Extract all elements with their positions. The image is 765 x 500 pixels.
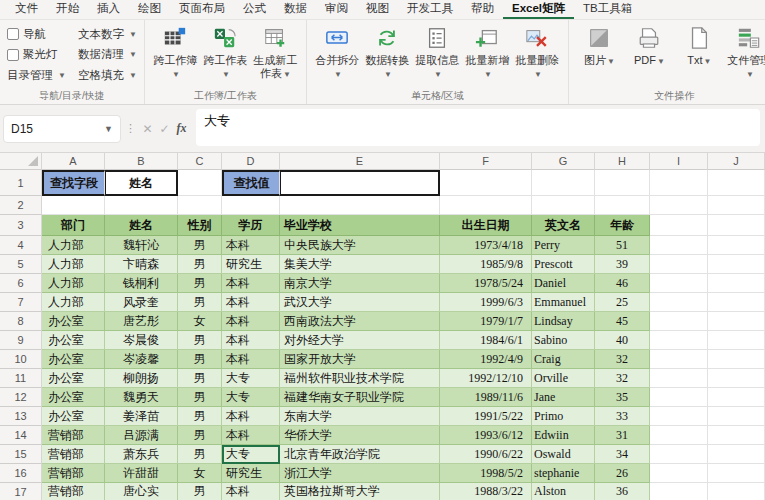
- cell-G6[interactable]: Daniel: [532, 274, 595, 293]
- chevron-down-icon[interactable]: ▼: [129, 30, 137, 39]
- cell-D4[interactable]: 本科: [222, 236, 280, 255]
- cell-D12[interactable]: 大专: [222, 388, 280, 407]
- cell-G16[interactable]: stephanie: [532, 464, 595, 483]
- cell-B8[interactable]: 唐艺彤: [105, 312, 178, 331]
- cell-B6[interactable]: 钱桐利: [105, 274, 178, 293]
- cell-E14[interactable]: 华侨大学: [280, 426, 440, 445]
- cell-B17[interactable]: 唐心实: [105, 483, 178, 500]
- cell-D9[interactable]: 本科: [222, 331, 280, 350]
- row-header-5[interactable]: 5: [0, 255, 42, 274]
- cell-I6[interactable]: [650, 274, 708, 293]
- cell-J12[interactable]: [708, 388, 765, 407]
- cell-F7[interactable]: 1999/6/3: [440, 293, 532, 312]
- menu-tab-1[interactable]: 文件: [6, 0, 47, 19]
- cell-I5[interactable]: [650, 255, 708, 274]
- cell-E10[interactable]: 国家开放大学: [280, 350, 440, 369]
- cell-E9[interactable]: 对外经大学: [280, 331, 440, 350]
- cell-D14[interactable]: 本科: [222, 426, 280, 445]
- cell-F15[interactable]: 1990/6/22: [440, 445, 532, 464]
- cell-C3[interactable]: 性别: [178, 215, 222, 236]
- cell-A8[interactable]: 办公室: [42, 312, 105, 331]
- row-header-9[interactable]: 9: [0, 331, 42, 350]
- col-header-H[interactable]: H: [595, 153, 650, 170]
- menu-tab-4[interactable]: 绘图: [129, 0, 170, 19]
- cell-F1[interactable]: [440, 170, 532, 196]
- col-header-F[interactable]: F: [440, 153, 532, 170]
- cell-G10[interactable]: Craig: [532, 350, 595, 369]
- cell-G7[interactable]: Emmanuel: [532, 293, 595, 312]
- cell-H8[interactable]: 45: [595, 312, 650, 331]
- cell-E4[interactable]: 中央民族大学: [280, 236, 440, 255]
- cell-J4[interactable]: [708, 236, 765, 255]
- cell-F6[interactable]: 1978/5/24: [440, 274, 532, 293]
- cell-J5[interactable]: [708, 255, 765, 274]
- cell-J16[interactable]: [708, 464, 765, 483]
- cell-J2[interactable]: [708, 196, 765, 215]
- cell-A12[interactable]: 办公室: [42, 388, 105, 407]
- cell-B14[interactable]: 吕源满: [105, 426, 178, 445]
- cell-E17[interactable]: 英国格拉斯哥大学: [280, 483, 440, 500]
- cell-H13[interactable]: 33: [595, 407, 650, 426]
- cell-E11[interactable]: 福州软件职业技术学院: [280, 369, 440, 388]
- cell-B9[interactable]: 岑晨俊: [105, 331, 178, 350]
- ribbon-button[interactable]: 合并拆分▼: [314, 24, 361, 90]
- cell-J10[interactable]: [708, 350, 765, 369]
- cell-G2[interactable]: [532, 196, 595, 215]
- cell-J7[interactable]: [708, 293, 765, 312]
- ribbon-button[interactable]: 图片▼: [576, 24, 623, 90]
- cell-H14[interactable]: 31: [595, 426, 650, 445]
- cell-H12[interactable]: 35: [595, 388, 650, 407]
- col-header-E[interactable]: E: [280, 153, 440, 170]
- col-header-B[interactable]: B: [105, 153, 178, 170]
- cell-A6[interactable]: 人力部: [42, 274, 105, 293]
- cell-A15[interactable]: 营销部: [42, 445, 105, 464]
- cell-D8[interactable]: 本科: [222, 312, 280, 331]
- cell-I12[interactable]: [650, 388, 708, 407]
- row-header-2[interactable]: 2: [0, 196, 42, 215]
- cell-H10[interactable]: 32: [595, 350, 650, 369]
- chevron-down-icon[interactable]: ▼: [534, 70, 542, 79]
- cell-H15[interactable]: 34: [595, 445, 650, 464]
- cell-B3[interactable]: 姓名: [105, 215, 178, 236]
- select-all-corner[interactable]: [0, 153, 42, 170]
- cell-I7[interactable]: [650, 293, 708, 312]
- chevron-down-icon[interactable]: ▼: [607, 57, 615, 66]
- cell-F16[interactable]: 1998/5/2: [440, 464, 532, 483]
- cell-D15[interactable]: 大专: [222, 445, 280, 464]
- cell-F9[interactable]: 1984/6/1: [440, 331, 532, 350]
- cell-F4[interactable]: 1973/4/18: [440, 236, 532, 255]
- cell-C7[interactable]: 男: [178, 293, 222, 312]
- ribbon-button[interactable]: 跨工作簿▼: [152, 24, 199, 90]
- col-header-G[interactable]: G: [532, 153, 595, 170]
- cell-D16[interactable]: 研究生: [222, 464, 280, 483]
- cell-B12[interactable]: 魏勇天: [105, 388, 178, 407]
- ribbon-button[interactable]: 跨工作表▼: [202, 24, 249, 90]
- chevron-down-icon[interactable]: ▼: [104, 124, 113, 134]
- cell-C5[interactable]: 男: [178, 255, 222, 274]
- cell-I4[interactable]: [650, 236, 708, 255]
- insert-function-icon[interactable]: fx: [173, 121, 190, 136]
- cell-C2[interactable]: [178, 196, 222, 215]
- cell-G5[interactable]: Prescott: [532, 255, 595, 274]
- row-header-13[interactable]: 13: [0, 407, 42, 426]
- menu-tab-9[interactable]: 视图: [357, 0, 398, 19]
- cell-D13[interactable]: 本科: [222, 407, 280, 426]
- cell-C8[interactable]: 女: [178, 312, 222, 331]
- ribbon-button[interactable]: 文本数字▼: [78, 27, 137, 42]
- cell-J14[interactable]: [708, 426, 765, 445]
- cell-J1[interactable]: [708, 170, 765, 196]
- ribbon-button[interactable]: 提取信息▼: [414, 24, 461, 90]
- menu-tab-12[interactable]: Excel矩阵: [503, 0, 574, 19]
- cell-G3[interactable]: 英文名: [532, 215, 595, 236]
- cell-F3[interactable]: 出生日期: [440, 215, 532, 236]
- cell-C1[interactable]: [178, 170, 222, 196]
- ribbon-button[interactable]: 批量删除▼: [514, 24, 561, 90]
- ribbon-button[interactable]: 聚光灯: [7, 47, 66, 62]
- cell-C16[interactable]: 女: [178, 464, 222, 483]
- cell-B5[interactable]: 卞晴森: [105, 255, 178, 274]
- cell-C13[interactable]: 男: [178, 407, 222, 426]
- chevron-down-icon[interactable]: ▼: [484, 70, 492, 79]
- name-box[interactable]: D15 ▼: [3, 115, 121, 143]
- chevron-down-icon[interactable]: ▼: [384, 70, 392, 79]
- row-header-1[interactable]: 1: [0, 170, 42, 196]
